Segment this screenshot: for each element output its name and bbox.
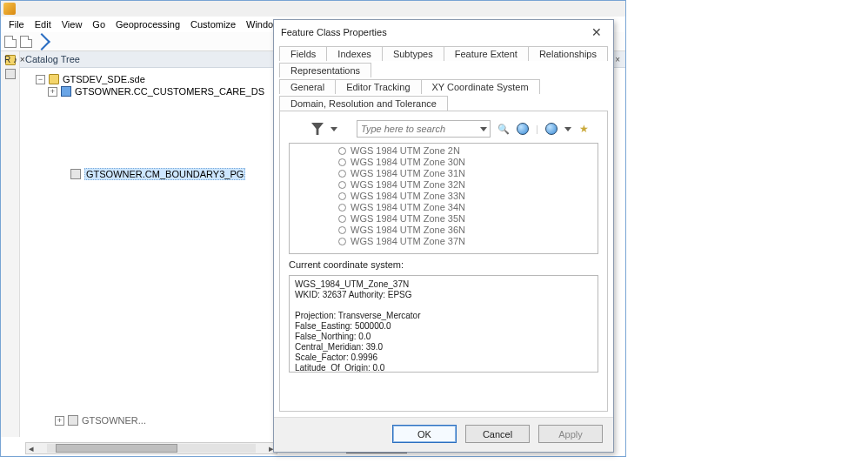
globe-bullet-icon [338, 226, 346, 234]
crs-item-label: WGS 1984 UTM Zone 31N [351, 168, 465, 179]
menu-edit[interactable]: Edit [30, 17, 57, 31]
crs-item[interactable]: WGS 1984 UTM Zone 2N [338, 145, 596, 157]
globe-dropdown-icon[interactable] [564, 127, 571, 131]
cancel-button[interactable]: Cancel [465, 425, 530, 443]
tree-dataset-label: GTSOWNER.CC_CUSTOMERS_CARE_DS [75, 86, 264, 97]
globe-new-icon[interactable] [517, 123, 529, 135]
connect-icon[interactable] [33, 33, 50, 50]
search-input[interactable] [357, 120, 491, 138]
apply-button[interactable]: Apply [538, 425, 603, 443]
tab-domain-resolution-and-tolerance[interactable]: Domain, Resolution and Tolerance [279, 96, 448, 111]
menu-file[interactable]: File [3, 17, 30, 31]
zoom-icon[interactable]: 🔍 [497, 123, 510, 135]
favorite-icon[interactable]: ★ [578, 123, 591, 135]
tab-representations[interactable]: Representations [279, 63, 371, 77]
ok-button[interactable]: OK [392, 425, 457, 443]
crs-item[interactable]: WGS 1984 UTM Zone 32N [338, 179, 596, 191]
globe-bullet-icon [338, 181, 346, 189]
tree-hidden-items: +GTSOWNER... [55, 414, 146, 426]
globe-bullet-icon [338, 192, 346, 200]
new-icon[interactable] [4, 36, 17, 48]
crs-item-label: WGS 1984 UTM Zone 33N [351, 191, 465, 202]
crs-details[interactable]: WGS_1984_UTM_Zone_37N WKID: 32637 Author… [289, 275, 598, 373]
globe-bullet-icon [338, 204, 346, 212]
crs-item-label: WGS 1984 UTM Zone 37N [351, 236, 465, 247]
quick-label: R ♪ × [4, 55, 25, 64]
tab-indexes[interactable]: Indexes [326, 46, 383, 61]
globe-bullet-icon [338, 170, 346, 178]
menu-view[interactable]: View [57, 17, 88, 31]
side-icon-2[interactable] [5, 69, 16, 79]
crs-item-label: WGS 1984 UTM Zone 35N [351, 213, 465, 225]
tab-subtypes[interactable]: Subtypes [382, 46, 444, 61]
tab-general[interactable]: General [279, 79, 336, 94]
crs-item-label: WGS 1984 UTM Zone 36N [351, 225, 465, 236]
crs-list[interactable]: WGS 1984 UTM Zone 2NWGS 1984 UTM Zone 30… [289, 143, 598, 254]
sde-icon [49, 74, 59, 84]
copy-icon[interactable] [20, 36, 32, 48]
tree-root-label: GTSDEV_SDE.sde [63, 74, 145, 84]
close-icon[interactable]: ✕ [587, 23, 606, 42]
app-icon [3, 3, 16, 15]
dialog-title: Feature Class Properties [281, 27, 387, 37]
crs-item-label: WGS 1984 UTM Zone 30N [351, 157, 465, 168]
menu-customize[interactable]: Customize [185, 17, 241, 31]
crs-item[interactable]: WGS 1984 UTM Zone 36N [338, 225, 596, 236]
collapse-icon[interactable]: − [36, 75, 45, 84]
crs-item[interactable]: WGS 1984 UTM Zone 31N [338, 168, 596, 179]
crs-item-label: WGS 1984 UTM Zone 34N [351, 202, 465, 213]
tab-relationships[interactable]: Relationships [528, 46, 608, 61]
feature-class-properties-dialog: Feature Class Properties ✕ FieldsIndexes… [273, 19, 614, 453]
crs-item[interactable]: WGS 1984 UTM Zone 34N [338, 202, 596, 213]
crs-item[interactable]: WGS 1984 UTM Zone 37N [338, 236, 596, 247]
search-dropdown-icon[interactable] [480, 127, 487, 131]
dataset-icon [61, 86, 71, 97]
menu-go[interactable]: Go [87, 17, 110, 31]
filter-dropdown-icon[interactable] [331, 127, 337, 131]
crs-item-label: WGS 1984 UTM Zone 2N [351, 145, 460, 157]
tab-feature-extent[interactable]: Feature Extent [444, 46, 529, 61]
titlebar [1, 1, 625, 17]
dialog-button-row: OK Cancel Apply [274, 417, 613, 452]
dialog-tabs: FieldsIndexesSubtypesFeature ExtentRelat… [274, 44, 613, 111]
tab-xy-coordinate-system[interactable]: XY Coordinate System [421, 79, 540, 94]
tab-editor-tracking[interactable]: Editor Tracking [335, 79, 421, 94]
side-tab-strip [1, 51, 20, 437]
hscrollbar[interactable]: ◂ ▸ [25, 442, 277, 454]
tab-fields[interactable]: Fields [279, 46, 327, 61]
dialog-titlebar: Feature Class Properties ✕ [274, 20, 613, 44]
featureclass-icon [70, 169, 81, 179]
globe-bullet-icon [338, 158, 346, 166]
crs-item[interactable]: WGS 1984 UTM Zone 33N [338, 191, 596, 202]
globe-bullet-icon [338, 215, 346, 223]
globe-icon[interactable] [545, 123, 558, 135]
tree-selected-label: GTSOWNER.CM_BOUNDARY3_PG [84, 168, 245, 180]
xy-coordinate-tab-body: 🔍 | ★ WGS 1984 UTM Zone 2NWGS 1984 UTM Z… [279, 111, 608, 412]
menu-geoprocessing[interactable]: Geoprocessing [110, 17, 185, 31]
crs-item[interactable]: WGS 1984 UTM Zone 35N [338, 213, 596, 225]
globe-bullet-icon [338, 238, 346, 245]
crs-item[interactable]: WGS 1984 UTM Zone 30N [338, 157, 596, 168]
current-crs-label: Current coordinate system: [289, 259, 598, 270]
expand-icon[interactable]: + [48, 87, 57, 97]
globe-bullet-icon [338, 147, 346, 155]
filter-icon[interactable] [311, 123, 324, 135]
filter-row: 🔍 | ★ [289, 120, 598, 138]
crs-item-label: WGS 1984 UTM Zone 32N [351, 179, 465, 191]
catalog-title: Catalog Tree [25, 54, 80, 64]
